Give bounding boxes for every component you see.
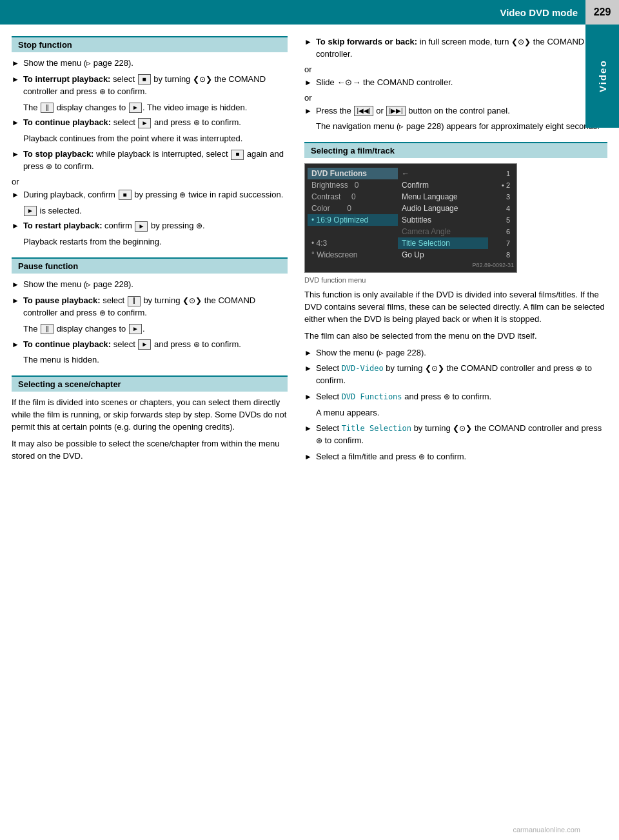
confirm-icon: ⊛ xyxy=(418,452,425,461)
dvd-caption: DVD function menu xyxy=(304,276,607,284)
bullet-text: Show the menu (▹ page 228). xyxy=(23,57,288,70)
bullet-text: To interrupt playback: select ■ by turni… xyxy=(23,74,288,98)
controller-turn-icon4: ❮⊙❯ xyxy=(425,364,444,373)
table-row: Camera Angle 6 xyxy=(308,226,514,237)
table-cell: ← xyxy=(398,168,488,179)
bullet-text: During playback, confirm ■ by pressing ⊛… xyxy=(23,189,288,201)
bullet-arrow: ► xyxy=(12,295,19,306)
table-row: • 4:3 Title Selection 7 xyxy=(308,237,514,249)
image-watermark: P82.89-0092-31 xyxy=(308,261,514,268)
play-icon-box3: ► xyxy=(24,206,37,216)
pause-icon-box2: ‖ xyxy=(128,296,141,306)
table-cell: 4 xyxy=(488,203,514,214)
bullet-arrow: ► xyxy=(304,37,312,48)
dvd-function-table: DVD Functions ← 1 Brightness 0 Confirm •… xyxy=(308,168,514,261)
sub-text: A menu appears. xyxy=(316,407,607,419)
bullet-arrow: ► xyxy=(304,392,312,403)
bullet-text: Slide ←⊙→ the COMAND controller. xyxy=(316,77,607,89)
confirm-icon: ⊛ xyxy=(193,339,200,348)
table-cell: Confirm xyxy=(398,179,488,191)
controller-turn-icon5: ❮⊙❯ xyxy=(453,424,472,433)
list-item: ► Show the menu (▹ page 228). xyxy=(12,57,288,70)
sub-text: The menu is hidden. xyxy=(23,354,288,366)
confirm-icon: ⊛ xyxy=(196,221,202,230)
stop-icon-box: ■ xyxy=(138,74,151,85)
list-item: ► To interrupt playback: select ■ by tur… xyxy=(12,74,288,98)
controller-turn-icon2: ❮⊙❯ xyxy=(182,296,202,305)
dvd-menu-image: DVD Functions ← 1 Brightness 0 Confirm •… xyxy=(304,163,517,273)
bullet-text: Select DVD Functions and press ⊛ to conf… xyxy=(316,391,607,403)
bullet-arrow: ► xyxy=(12,221,19,232)
list-item: ► To stop playback: while playback is in… xyxy=(12,148,288,173)
table-row: Brightness 0 Confirm • 2 xyxy=(308,179,514,191)
bullet-text: To continue playback: select ► and press… xyxy=(23,339,288,351)
bullet-text: To stop playback: while playback is inte… xyxy=(23,148,288,173)
list-item: ► Show the menu (▹ page 228). xyxy=(12,279,288,291)
film-body-text-1: This function is only available if the D… xyxy=(304,289,607,326)
pause-function-header: Pause function xyxy=(12,257,288,274)
or-separator: or xyxy=(304,93,607,103)
list-item: ► To continue playback: select ► and pre… xyxy=(12,339,288,351)
ff-button-box: |▶▶| xyxy=(386,106,405,116)
table-cell: • 4:3 xyxy=(308,237,398,249)
list-item: ► During playback, confirm ■ by pressing… xyxy=(12,189,288,201)
bullet-text: Show the menu (▹ page 228). xyxy=(23,279,288,291)
sub-text: ► is selected. xyxy=(23,205,288,217)
selecting-scene-para2: It may also be possible to select the sc… xyxy=(12,438,288,463)
bullet-arrow: ► xyxy=(304,363,312,374)
table-cell: 8 xyxy=(488,249,514,261)
bullet-text: Press the |◀◀| or |▶▶| button on the con… xyxy=(316,105,607,117)
list-item: ► Press the |◀◀| or |▶▶| button on the c… xyxy=(304,105,607,117)
selecting-scene-header: Selecting a scene/chapter xyxy=(12,375,288,392)
bullet-arrow: ► xyxy=(12,190,19,201)
bullet-arrow: ► xyxy=(304,452,312,463)
table-cell: 5 xyxy=(488,214,514,226)
bullet-text: To continue playback: select ► and press… xyxy=(23,117,288,129)
table-cell: Menu Language xyxy=(398,191,488,203)
confirm-icon: ⊛ xyxy=(444,392,450,401)
table-row: • 16:9 Optimized Subtitles 5 xyxy=(308,214,514,226)
sub-text: The ‖ display changes to ►. The video im… xyxy=(23,102,288,114)
sub-text: Playback continues from the point where … xyxy=(23,133,288,145)
code-dvd-functions: DVD Functions xyxy=(342,392,402,401)
list-item: ► Select DVD-Video by turning ❮⊙❯ the CO… xyxy=(304,363,607,387)
page-number: 229 xyxy=(585,0,619,25)
table-cell: 1 xyxy=(488,168,514,179)
bullet-arrow: ► xyxy=(304,423,312,434)
bullet-arrow: ► xyxy=(304,77,312,88)
play-icon-box2: ► xyxy=(138,118,151,128)
controller-turn-icon3: ❮⊙❯ xyxy=(511,37,531,46)
table-row: ° Widescreen Go Up 8 xyxy=(308,249,514,261)
page-header: Video DVD mode 229 xyxy=(0,0,619,25)
table-row: DVD Functions ← 1 xyxy=(308,168,514,179)
table-cell xyxy=(308,226,398,237)
confirm-icon: ⊛ xyxy=(46,162,52,171)
selecting-film-header: Selecting a film/track xyxy=(304,142,607,158)
confirm-icon: ⊛ xyxy=(99,87,106,96)
header-title-bar: Video DVD mode xyxy=(0,0,585,25)
list-item: ► To skip forwards or back: in full scre… xyxy=(304,36,607,61)
table-cell: Color 0 xyxy=(308,203,398,214)
or-separator: or xyxy=(304,65,607,74)
film-body-text-2: The film can also be selected from the m… xyxy=(304,330,607,343)
bullet-arrow: ► xyxy=(12,149,19,160)
play-icon-box: ► xyxy=(129,103,142,113)
list-item: ► To pause playback: select ‖ by turn­in… xyxy=(12,295,288,319)
pause-icon-box3: ‖ xyxy=(41,324,54,334)
code-dvd-video: DVD-Video xyxy=(342,364,384,373)
stop-function-header: Stop function xyxy=(12,36,288,52)
pause-icon-box: ‖ xyxy=(41,103,54,113)
bullet-text: Show the menu (▹ page 228). xyxy=(316,347,607,359)
list-item: ► To restart playback: confirm ► by pres… xyxy=(12,220,288,232)
confirm-icon: ⊛ xyxy=(99,308,106,317)
list-item: ► Select Title Selection by turning ❮⊙❯ … xyxy=(304,423,607,447)
sub-text: Playback restarts from the beginning. xyxy=(23,236,288,248)
footer-watermark: carmanualonline.com xyxy=(513,826,580,834)
table-row: Color 0 Audio Language 4 xyxy=(308,203,514,214)
side-tab-label: Video xyxy=(597,60,608,93)
stop-icon-box3: ■ xyxy=(119,190,132,200)
table-cell: • 2 xyxy=(488,179,514,191)
controller-turn-icon: ❮⊙❯ xyxy=(193,75,212,84)
table-cell: Audio Language xyxy=(398,203,488,214)
table-cell: Title Selection xyxy=(398,237,488,249)
